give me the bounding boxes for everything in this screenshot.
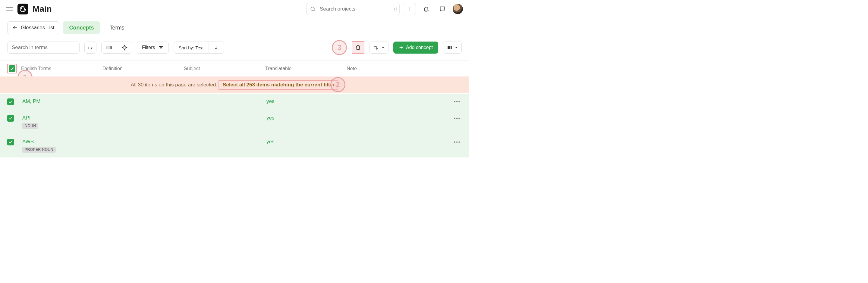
toolbar: TT Filters Sort by: Text 3 Add concept (0, 38, 469, 61)
svg-rect-28 (451, 46, 452, 49)
page-title: Main (33, 4, 52, 14)
svg-rect-26 (447, 46, 449, 49)
tab-concepts[interactable]: Concepts (63, 22, 100, 34)
annotation-step-2: 2 (330, 77, 345, 92)
part-of-speech-badge: NOUN (22, 123, 38, 129)
term-cell: API NOUN (22, 115, 104, 129)
column-header-term[interactable]: English Terms (21, 66, 102, 71)
table-row[interactable]: AM, PM yes ••• (0, 93, 469, 110)
column-header-translatable[interactable]: Translatable (265, 66, 347, 71)
project-search[interactable]: / (306, 3, 400, 15)
barcode-view-button[interactable] (101, 42, 117, 53)
terms-search-input[interactable] (7, 41, 80, 54)
table-row[interactable]: AWS PROPER NOUN yes ••• (0, 134, 469, 157)
table-header: English Terms Definition Subject Transla… (0, 61, 469, 76)
svg-marker-23 (382, 47, 384, 48)
search-icon (310, 6, 316, 12)
notifications-icon[interactable] (420, 3, 432, 15)
term-cell: AWS PROPER NOUN (22, 139, 104, 153)
menu-icon[interactable] (6, 5, 13, 13)
svg-point-0 (311, 7, 314, 10)
selection-banner-text: All 30 items on this page are selected. (131, 82, 217, 88)
table-row[interactable]: API NOUN yes ••• (0, 110, 469, 134)
annotation-step-3: 3 (332, 40, 347, 55)
columns-button[interactable] (443, 41, 462, 54)
concepts-table: English Terms Definition Subject Transla… (0, 61, 469, 157)
top-header: Main / (0, 0, 469, 18)
add-concept-button[interactable]: Add concept (393, 41, 438, 54)
back-button[interactable]: Glossaries List (7, 22, 59, 34)
select-all-link-annotation: Select all 253 items matching the curren… (218, 80, 338, 90)
select-all-matching-link[interactable]: Select all 253 items matching the curren… (223, 82, 336, 88)
row-checkbox[interactable] (7, 99, 14, 105)
shortcut-hint: / (393, 7, 397, 11)
expand-view-button[interactable] (117, 42, 132, 53)
row-more-icon[interactable]: ••• (454, 99, 461, 104)
select-all-checkbox[interactable] (9, 65, 16, 72)
row-more-icon[interactable]: ••• (454, 116, 461, 121)
text-size-button[interactable]: TT (84, 41, 96, 54)
sort-button[interactable]: Sort by: Text (174, 42, 209, 53)
chevron-down-icon (381, 46, 384, 49)
add-button[interactable] (404, 3, 416, 15)
row-checkbox[interactable] (7, 139, 14, 145)
translatable-cell: yes (267, 139, 348, 145)
translatable-cell: yes (267, 99, 348, 104)
column-header-note[interactable]: Note (347, 66, 462, 71)
svg-text:T: T (91, 47, 93, 50)
term-name[interactable]: AM, PM (22, 99, 104, 104)
layout-toggle (101, 41, 132, 54)
filters-button[interactable]: Filters (137, 41, 169, 54)
app-logo[interactable] (18, 4, 28, 14)
svg-text:T: T (88, 46, 90, 50)
tab-terms[interactable]: Terms (104, 22, 130, 34)
back-label: Glossaries List (21, 25, 54, 31)
reorder-button[interactable] (369, 41, 389, 54)
selection-banner: All 30 items on this page are selected. … (0, 76, 469, 93)
avatar[interactable] (453, 4, 463, 14)
row-more-icon[interactable]: ••• (454, 139, 461, 144)
select-all-annotation (7, 64, 17, 73)
sort-direction-button[interactable] (209, 42, 224, 53)
svg-marker-29 (456, 47, 458, 48)
column-header-subject[interactable]: Subject (184, 66, 265, 71)
part-of-speech-badge: PROPER NOUN (22, 147, 56, 153)
project-search-input[interactable] (306, 3, 400, 15)
column-header-definition[interactable]: Definition (102, 66, 184, 71)
row-checkbox[interactable] (7, 115, 14, 121)
svg-line-1 (314, 10, 315, 11)
chevron-down-icon (455, 46, 458, 49)
svg-rect-27 (450, 46, 451, 49)
term-name[interactable]: AWS (22, 139, 104, 145)
translatable-cell: yes (267, 115, 348, 121)
svg-rect-12 (123, 46, 126, 49)
messages-icon[interactable] (436, 3, 448, 15)
delete-button[interactable] (352, 41, 364, 54)
term-cell: AM, PM (22, 99, 104, 104)
sort-group: Sort by: Text (174, 41, 224, 54)
term-name[interactable]: API (22, 115, 104, 121)
sub-header: Glossaries List Concepts Terms (0, 19, 469, 38)
